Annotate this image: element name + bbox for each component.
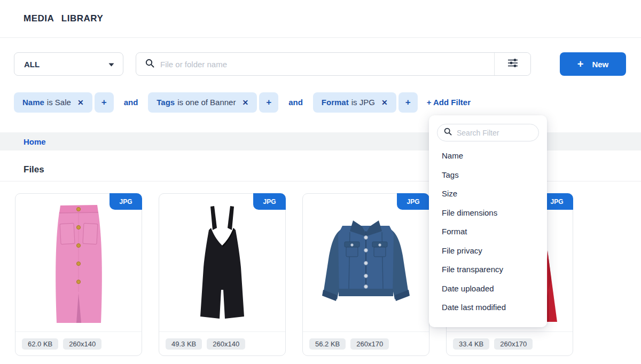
chevron-down-icon: [108, 59, 114, 69]
new-button-label: New: [592, 60, 608, 69]
section-title: Files: [24, 164, 44, 175]
filter-chip-field: Format: [322, 98, 349, 107]
format-badge: JPG: [397, 193, 429, 210]
page-title: MEDIA LIBRARY: [24, 13, 103, 24]
add-condition-button[interactable]: +: [398, 92, 418, 113]
add-filter-dropdown: Name Tags Size File dimensions Format Fi…: [429, 115, 547, 327]
filter-chip-field: Name: [22, 98, 44, 107]
breadcrumb-home-link[interactable]: Home: [24, 137, 46, 146]
filter-search-box: [437, 124, 539, 141]
search-icon: [444, 128, 452, 138]
scope-select-value: ALL: [24, 60, 40, 69]
filter-option-file-transparency[interactable]: File transparency: [429, 260, 547, 279]
file-size-badge: 62.0 KB: [22, 338, 58, 350]
filter-option-file-dimensions[interactable]: File dimensions: [429, 203, 547, 223]
add-condition-button[interactable]: +: [95, 92, 114, 113]
file-dimensions-badge: 260x170: [350, 338, 389, 350]
filter-option-tags[interactable]: Tags: [429, 165, 547, 185]
advanced-filter-button[interactable]: [494, 53, 530, 75]
file-thumbnail: [159, 194, 285, 333]
filter-chip-name[interactable]: Name is Sale ✕: [14, 92, 92, 113]
filter-row: Name is Sale ✕ + and Tags is one of Bann…: [14, 92, 636, 113]
plus-icon: +: [577, 59, 584, 69]
file-dimensions-badge: 260x140: [63, 338, 101, 350]
file-size-badge: 56.2 KB: [309, 338, 346, 350]
filter-chip-condition: is one of Banner: [177, 98, 236, 107]
add-condition-button[interactable]: +: [259, 92, 278, 113]
pink-skirt-image: [51, 202, 107, 324]
file-thumbnail: [303, 194, 429, 333]
filter-options-list: Name Tags Size File dimensions Format Fi…: [429, 146, 547, 317]
file-thumbnail: [15, 194, 142, 333]
scope-select[interactable]: ALL: [14, 52, 123, 76]
sliders-icon: [506, 57, 519, 72]
filter-connector: and: [288, 98, 303, 107]
close-icon[interactable]: ✕: [381, 98, 388, 107]
file-dimensions-badge: 260x140: [207, 338, 245, 350]
file-size-badge: 33.4 KB: [453, 338, 489, 350]
file-card[interactable]: JPG 49.3 KB 260x140: [159, 193, 286, 356]
filter-option-name[interactable]: Name: [429, 146, 547, 165]
close-icon[interactable]: ✕: [242, 98, 248, 107]
filter-chip-field: Tags: [157, 98, 175, 107]
add-filter-link[interactable]: + Add Filter: [427, 98, 471, 107]
file-card[interactable]: JPG: [302, 193, 429, 356]
denim-jacket-image: [312, 210, 419, 316]
filter-option-file-privacy[interactable]: File privacy: [429, 241, 547, 260]
filter-option-date-last-modified[interactable]: Date last modified: [429, 298, 547, 317]
format-badge: JPG: [110, 193, 142, 210]
new-button[interactable]: + New: [560, 52, 626, 76]
filter-option-format[interactable]: Format: [429, 222, 547, 241]
search-input-area: [136, 53, 494, 75]
file-meta: 56.2 KB 260x170: [303, 331, 429, 355]
search-icon: [145, 59, 154, 70]
filter-search-input[interactable]: [457, 129, 533, 137]
file-meta: 33.4 KB 260x170: [447, 331, 573, 355]
search-input[interactable]: [160, 60, 494, 69]
filter-connector: and: [124, 98, 138, 107]
filter-chip-format[interactable]: Format is JPG ✕: [313, 92, 396, 113]
filter-chip-tags[interactable]: Tags is one of Banner ✕: [148, 92, 257, 113]
black-jumpsuit-image: [197, 204, 248, 322]
file-dimensions-badge: 260x170: [494, 338, 533, 350]
search-bar: [136, 52, 531, 76]
filter-chip-condition: is JPG: [351, 98, 375, 107]
app-header: MEDIA LIBRARY: [0, 0, 641, 38]
filter-option-size[interactable]: Size: [429, 184, 547, 203]
file-card[interactable]: JPG: [15, 193, 142, 356]
file-meta: 62.0 KB 260x140: [15, 331, 142, 355]
file-meta: 49.3 KB 260x140: [159, 331, 285, 355]
filter-chip-condition: is Sale: [47, 98, 71, 107]
filter-option-date-uploaded[interactable]: Date uploaded: [429, 279, 547, 298]
file-size-badge: 49.3 KB: [166, 338, 202, 350]
format-badge: JPG: [253, 193, 286, 210]
close-icon[interactable]: ✕: [77, 98, 84, 107]
